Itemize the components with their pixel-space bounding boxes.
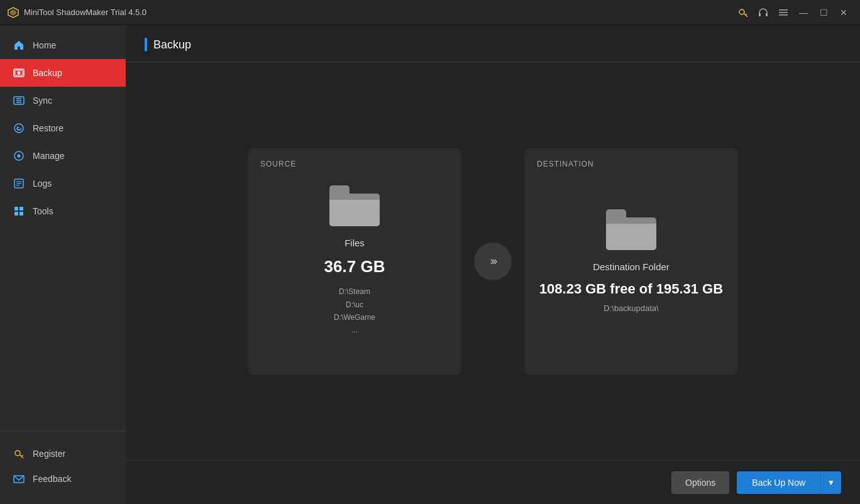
sidebar-item-home[interactable]: Home (0, 31, 126, 59)
tools-icon (13, 205, 25, 217)
options-button[interactable]: Options (671, 471, 729, 494)
title-bar: MiniTool ShadowMaker Trial 4.5.0 (0, 0, 860, 25)
svg-point-2 (739, 9, 744, 14)
sidebar-bottom: Register Feedback (0, 430, 126, 504)
destination-label: DESTINATION (537, 160, 594, 168)
header-accent-bar (145, 38, 147, 52)
content-area: Backup SOURCE Files 36.7 GB D:\Steam D:\… (126, 25, 860, 504)
manage-icon (13, 150, 25, 162)
maximize-button[interactable]: ☐ (815, 4, 832, 21)
sidebar-item-logs[interactable]: Logs (0, 170, 126, 197)
mail-icon (13, 473, 25, 485)
svg-marker-1 (10, 9, 16, 16)
sidebar-label-tools: Tools (33, 206, 53, 216)
destination-path: D:\backupdata\ (604, 304, 658, 313)
arrow-container: ››› (461, 243, 524, 280)
sidebar-item-feedback[interactable]: Feedback (0, 466, 126, 491)
footer: Options Back Up Now ▼ (126, 460, 860, 504)
restore-icon (13, 122, 25, 134)
destination-card[interactable]: DESTINATION Destination Folder 108.23 GB… (524, 148, 738, 375)
svg-point-20 (18, 155, 21, 158)
menu-icon[interactable] (775, 4, 792, 21)
sidebar-item-manage[interactable]: Manage (0, 142, 126, 170)
backup-main: SOURCE Files 36.7 GB D:\Steam D:\uc D:\W… (126, 62, 860, 460)
source-paths: D:\Steam D:\uc D:\WeGame ... (334, 285, 375, 337)
window-controls: — ☐ ✕ (734, 4, 852, 21)
sidebar-label-sync: Sync (33, 96, 52, 106)
sidebar-item-tools[interactable]: Tools (0, 197, 126, 225)
destination-name: Destination Folder (593, 261, 670, 272)
svg-line-4 (746, 14, 747, 15)
page-title: Backup (153, 38, 191, 52)
sidebar-label-home: Home (33, 40, 56, 50)
svg-rect-7 (779, 9, 788, 11)
home-icon (13, 39, 25, 52)
source-name: Files (345, 238, 365, 248)
svg-line-31 (22, 455, 23, 456)
key-sidebar-icon (13, 447, 25, 460)
sidebar-item-register[interactable]: Register (0, 441, 126, 466)
app-logo (8, 7, 19, 18)
sidebar: Home Backup (0, 25, 126, 504)
svg-rect-25 (14, 207, 18, 211)
destination-folder-icon (606, 209, 656, 250)
app-title: MiniTool ShadowMaker Trial 4.5.0 (24, 8, 734, 17)
sidebar-item-restore[interactable]: Restore (0, 114, 126, 142)
source-path-ellipsis: ... (334, 324, 375, 336)
svg-point-12 (18, 72, 21, 75)
sidebar-item-sync[interactable]: Sync (0, 87, 126, 114)
backup-now-button[interactable]: Back Up Now (737, 471, 820, 494)
source-path-3: D:\WeGame (334, 311, 375, 324)
app-body: Home Backup (0, 25, 860, 504)
close-button[interactable]: ✕ (835, 4, 852, 21)
arrow-icon: ››› (474, 243, 512, 280)
svg-rect-26 (19, 207, 23, 211)
svg-rect-9 (779, 14, 788, 16)
svg-rect-5 (759, 13, 761, 16)
minimize-button[interactable]: — (795, 4, 812, 21)
sidebar-item-backup[interactable]: Backup (0, 59, 126, 87)
page-header: Backup (126, 25, 860, 62)
sidebar-label-register: Register (33, 449, 65, 459)
backup-now-dropdown-button[interactable]: ▼ (820, 471, 841, 494)
source-card[interactable]: SOURCE Files 36.7 GB D:\Steam D:\uc D:\W… (248, 148, 461, 375)
destination-free: 108.23 GB free of 195.31 GB (539, 281, 723, 297)
source-path-2: D:\uc (334, 299, 375, 311)
svg-rect-8 (779, 12, 788, 13)
svg-marker-18 (17, 126, 19, 129)
headphone-icon[interactable] (754, 4, 772, 21)
sidebar-label-backup: Backup (33, 68, 62, 78)
sidebar-label-logs: Logs (33, 178, 52, 189)
sidebar-label-restore: Restore (33, 123, 63, 133)
backup-now-group: Back Up Now ▼ (737, 471, 841, 494)
source-label: SOURCE (260, 160, 296, 168)
source-size: 36.7 GB (324, 257, 385, 277)
svg-rect-27 (14, 212, 18, 216)
source-folder-icon (329, 185, 380, 226)
key-icon[interactable] (734, 4, 752, 21)
backup-icon (13, 67, 25, 79)
logs-icon (13, 177, 25, 190)
svg-rect-28 (19, 212, 23, 216)
sync-icon (13, 94, 25, 107)
source-path-1: D:\Steam (334, 285, 375, 298)
svg-rect-6 (766, 13, 768, 16)
sidebar-label-manage: Manage (33, 151, 65, 161)
sidebar-label-feedback: Feedback (33, 474, 71, 484)
svg-point-29 (15, 451, 20, 456)
svg-point-17 (14, 124, 23, 133)
sidebar-nav: Home Backup (0, 25, 126, 430)
